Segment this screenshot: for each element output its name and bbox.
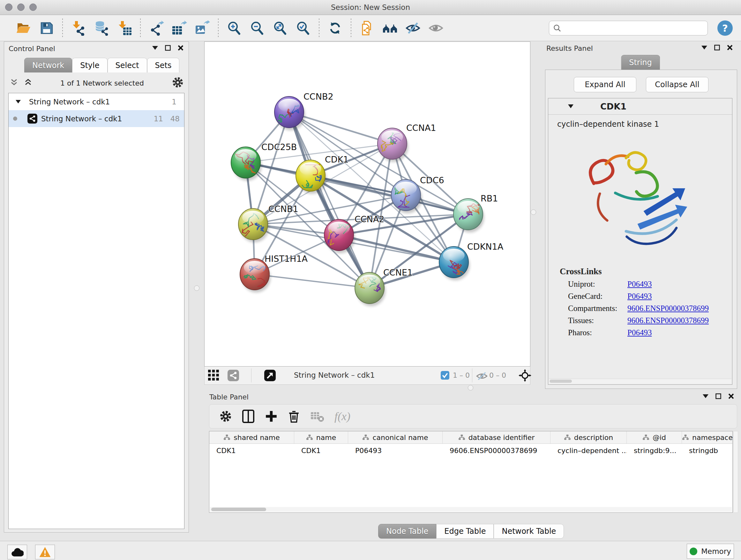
column-header-name[interactable]: name [294,431,348,443]
column-header-canonicalname[interactable]: canonical name [348,431,443,443]
cloud-status-button[interactable] [7,545,27,559]
selected-checkbox-icon[interactable] [441,371,449,381]
add-column-icon[interactable] [265,410,278,423]
export-table-button[interactable] [170,19,189,37]
node-CCNB2[interactable] [274,97,305,130]
expand-all-icon[interactable] [24,78,32,88]
warning-status-button[interactable] [35,545,55,559]
tab-select[interactable]: Select [108,58,147,72]
collapse-all-button[interactable]: Collapse All [646,77,709,92]
import-network-database-button[interactable] [92,19,111,37]
crosshair-icon[interactable] [519,369,531,383]
export-image-button[interactable] [193,19,212,37]
export-network-icon [149,20,164,36]
panel-close-icon[interactable] [178,45,184,51]
crosslink-link[interactable]: P06493 [627,328,652,337]
panel-menu-icon[interactable] [152,46,158,50]
node-table[interactable]: shared namenamecanonical namedatabase id… [209,431,733,513]
zoom-selected-button[interactable] [294,19,313,37]
open-session-button[interactable] [14,19,33,37]
network-collection-row[interactable]: String Network – cdk1 1 [9,93,184,110]
network-row-selected[interactable]: String Network – cdk1 11 48 [9,110,184,127]
memory-button[interactable]: Memory [687,544,734,559]
zoom-out-button[interactable] [248,19,266,37]
network-view-canvas[interactable]: CCNB2CCNA1CDC25BCDK1CDC6RB1CCNB1CCNA2CDK… [204,42,530,367]
import-network-file-button[interactable] [69,19,88,37]
zoom-in-button[interactable] [225,19,244,37]
results-panel: Results Panel String Expand All Collapse… [542,42,738,389]
window-close-button[interactable] [5,3,12,11]
panel-float-icon[interactable] [165,45,171,51]
node-RB1[interactable] [454,199,484,233]
zoom-fit-button[interactable] [271,19,289,37]
open-in-window-icon[interactable] [264,370,276,382]
search-box[interactable] [549,21,708,36]
column-header-description[interactable]: description [550,431,627,443]
collapse-entry-icon[interactable] [568,105,574,108]
edge-HIST1H1A-CCNE1[interactable] [255,274,369,288]
panel-close-icon[interactable] [727,45,733,51]
tab-network-table[interactable]: Network Table [494,524,564,539]
string-view-icon[interactable] [227,370,239,382]
tab-node-table[interactable]: Node Table [378,524,436,539]
tree-expand-icon[interactable] [16,100,21,104]
crosslink-label: Tissues: [568,316,627,325]
right-splitter-handle[interactable] [531,209,536,215]
show-columns-icon[interactable] [242,409,255,423]
collapse-all-icon[interactable] [10,78,18,88]
export-network-button[interactable] [147,19,165,37]
birdseye-grid-icon[interactable] [208,370,219,382]
panel-close-icon[interactable] [728,393,734,399]
show-all-button[interactable] [427,19,445,37]
search-input[interactable] [564,23,704,32]
crosslinks-list: Uniprot:P06493GeneCard:P06493Compartment… [548,280,732,337]
card-scrollbar[interactable] [549,379,731,384]
tab-edge-table[interactable]: Edge Table [436,524,494,539]
bottom-splitter-handle[interactable] [468,385,473,390]
table-settings-gear-icon[interactable] [219,410,232,422]
node-name: CDK1 [600,102,626,111]
node-label-CDC25B: CDC25B [261,142,297,152]
home-view-button[interactable] [381,19,399,37]
left-splitter-handle[interactable] [194,286,199,291]
panel-menu-icon[interactable] [701,46,707,50]
tab-sets[interactable]: Sets [147,58,180,72]
panel-menu-icon[interactable] [703,394,709,398]
node-CCNE1[interactable] [355,272,386,306]
tab-style[interactable]: Style [72,58,107,72]
window-minimize-button[interactable] [17,3,24,11]
table-vertical-scrollbar[interactable] [733,431,738,513]
node-CDKN1A[interactable] [439,246,470,280]
tab-string[interactable]: String [621,55,660,70]
tab-network[interactable]: Network [24,58,72,72]
refresh-view-button[interactable] [326,19,344,37]
save-session-button[interactable] [37,19,56,37]
crosslink-link[interactable]: 9606.ENSP00000378699 [627,316,709,325]
crosslink-link[interactable]: 9606.ENSP00000378699 [627,304,709,313]
panel-float-icon[interactable] [714,45,720,51]
window-zoom-button[interactable] [29,3,37,11]
hide-selected-button[interactable] [404,19,422,37]
node-CCNA1[interactable] [378,128,408,162]
table-row[interactable]: CDK1CDK1P064939606.ENSP00000378699cyclin… [209,444,732,457]
delete-column-icon[interactable] [288,410,300,423]
collection-count: 1 [172,98,177,106]
crosslink-link[interactable]: P06493 [627,280,652,289]
node-details-header[interactable]: CDK1 [548,98,732,115]
table-horizontal-scrollbar[interactable] [210,507,732,512]
node-CDC25B[interactable] [231,147,262,181]
panel-float-icon[interactable] [716,393,721,399]
column-header-namespace[interactable]: namespace [682,431,733,443]
column-header-id[interactable]: @id [627,431,682,443]
network-options-gear-icon[interactable] [172,77,184,89]
column-header-sharedname[interactable]: shared name [209,431,294,443]
column-header-databaseidentifier[interactable]: database identifier [443,431,550,443]
help-button[interactable]: ? [718,20,733,36]
import-table-file-button[interactable] [115,19,134,37]
node-CCNA2[interactable] [324,219,355,253]
crosslink-link[interactable]: P06493 [627,292,652,301]
node-CDK1[interactable] [296,160,327,194]
expand-all-button[interactable]: Expand All [574,77,636,92]
network-graph[interactable]: CCNB2CCNA1CDC25BCDK1CDC6RB1CCNB1CCNA2CDK… [205,42,530,366]
copy-network-button[interactable] [358,19,376,37]
